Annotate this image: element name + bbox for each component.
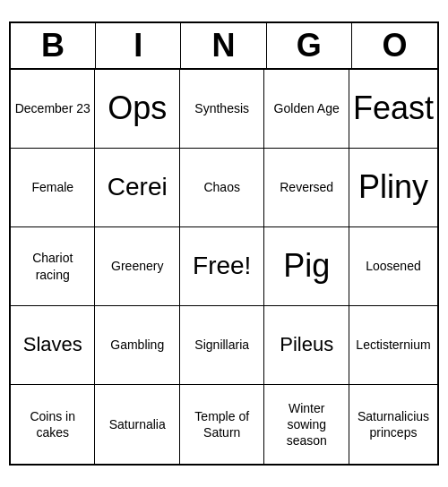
bingo-cell: Chaos	[180, 149, 264, 227]
bingo-cell: Feast	[349, 70, 437, 149]
bingo-cell: Cerei	[95, 149, 179, 227]
cell-text: Winter sowing season	[268, 400, 345, 449]
bingo-cell: Coins in cakes	[11, 385, 95, 464]
bingo-cell: Saturnalicius princeps	[349, 385, 437, 464]
bingo-grid: December 23OpsSynthesisGolden AgeFeastFe…	[11, 70, 437, 464]
bingo-cell: December 23	[11, 70, 95, 149]
cell-text: Saturnalicius princeps	[353, 408, 434, 440]
bingo-cell: Lectisternium	[349, 306, 437, 385]
cell-text: December 23	[15, 100, 90, 116]
cell-text: Reversed	[280, 179, 333, 195]
bingo-cell: Pig	[264, 227, 349, 306]
cell-text: Feast	[353, 88, 434, 130]
cell-text: Saturnalia	[109, 416, 166, 432]
cell-text: Coins in cakes	[14, 408, 90, 440]
header-letter: I	[96, 23, 181, 68]
cell-text: Chaos	[203, 179, 239, 195]
cell-text: Greenery	[111, 258, 163, 274]
header-letter: N	[181, 23, 266, 68]
header-letter: B	[11, 23, 96, 68]
bingo-cell: Temple of Saturn	[180, 385, 264, 464]
cell-text: Free!	[193, 250, 251, 282]
cell-text: Golden Age	[274, 100, 340, 116]
bingo-cell: Synthesis	[180, 70, 264, 149]
cell-text: Female	[31, 179, 73, 195]
header-letter: G	[267, 23, 352, 68]
cell-text: Pliny	[358, 167, 428, 209]
cell-text: Pig	[283, 245, 330, 287]
cell-text: Gambling	[110, 337, 164, 353]
cell-text: Slaves	[23, 332, 82, 358]
bingo-cell: Pliny	[349, 149, 437, 227]
bingo-cell: Greenery	[95, 227, 179, 306]
cell-text: Temple of Saturn	[184, 408, 260, 440]
bingo-cell: Loosened	[349, 227, 437, 306]
bingo-cell: Winter sowing season	[264, 385, 349, 464]
cell-text: Loosened	[366, 258, 421, 274]
header-letter: O	[352, 23, 437, 68]
cell-text: Chariot racing	[14, 250, 90, 282]
bingo-cell: Reversed	[264, 149, 349, 227]
bingo-card: BINGO December 23OpsSynthesisGolden AgeF…	[9, 21, 439, 466]
bingo-cell: Golden Age	[264, 70, 349, 149]
bingo-cell: Female	[11, 149, 95, 227]
bingo-cell: Slaves	[11, 306, 95, 385]
bingo-cell: Free!	[180, 227, 264, 306]
bingo-cell: Saturnalia	[95, 385, 179, 464]
cell-text: Ops	[108, 88, 167, 130]
bingo-cell: Ops	[95, 70, 179, 149]
bingo-cell: Gambling	[95, 306, 179, 385]
cell-text: Cerei	[108, 171, 168, 203]
bingo-cell: Pileus	[264, 306, 349, 385]
cell-text: Lectisternium	[356, 337, 430, 353]
cell-text: Pileus	[280, 332, 333, 358]
cell-text: Synthesis	[194, 100, 249, 116]
bingo-cell: Chariot racing	[11, 227, 95, 306]
bingo-header: BINGO	[11, 23, 437, 70]
cell-text: Signillaria	[194, 337, 249, 353]
bingo-cell: Signillaria	[180, 306, 264, 385]
